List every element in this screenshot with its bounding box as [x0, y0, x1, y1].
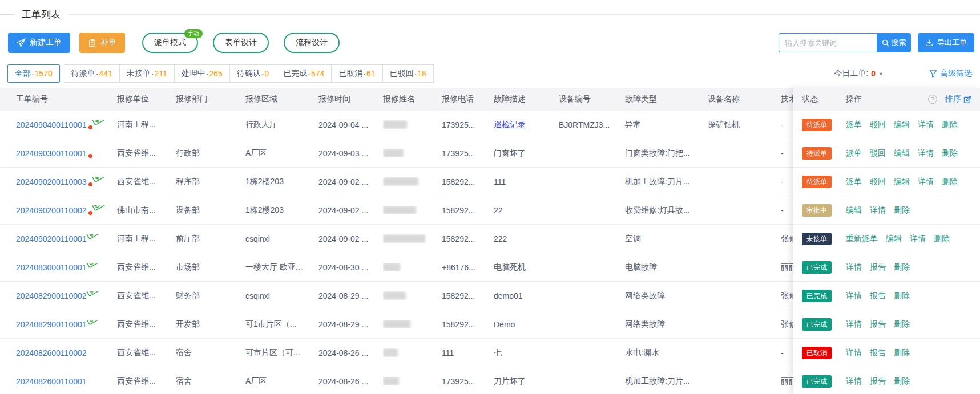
supplement-order-button[interactable]: 补单 [79, 33, 125, 53]
export-orders-button[interactable]: 导出工单 [918, 33, 974, 52]
tab-status-6[interactable]: 已取消·61 [331, 64, 382, 83]
repair-time-cell: 2024-09-02 ... [318, 177, 383, 186]
device-name-cell: 探矿钻机 [708, 120, 781, 130]
action-link[interactable]: 详情 [918, 148, 934, 159]
action-link[interactable]: 详情 [910, 234, 926, 244]
action-link[interactable]: 派单 [846, 177, 862, 187]
action-link[interactable]: 删除 [894, 205, 910, 216]
order-number-link[interactable]: 2024090400110001 [16, 120, 87, 129]
action-link[interactable]: 报告 [870, 348, 886, 358]
table-row-fixed: 待派单派单驳回编辑详情删除 [793, 139, 980, 168]
action-link[interactable]: 详情 [870, 205, 886, 216]
action-column-header: 操作 [846, 94, 928, 104]
sort-link[interactable]: 排序 [945, 94, 972, 104]
tab-separator: · [206, 69, 209, 78]
toolbar: 新建工单 补单 派单模式 手动 表单设计 流程设计 [0, 32, 980, 54]
tab-status-2[interactable]: 未接单·211 [119, 64, 175, 83]
action-link[interactable]: 驳回 [870, 120, 886, 130]
action-link[interactable]: 报告 [870, 376, 886, 387]
action-link[interactable]: 详情 [846, 376, 862, 387]
action-link[interactable]: 派单 [846, 120, 862, 130]
action-link[interactable]: 删除 [894, 376, 910, 387]
tab-status-7[interactable]: 已驳回·18 [382, 64, 434, 83]
status-badge: 审批中 [802, 204, 832, 217]
green-stamp-icon [85, 234, 100, 242]
action-link[interactable]: 详情 [846, 319, 862, 330]
action-link[interactable]: 详情 [918, 177, 934, 187]
order-number-link[interactable]: 2024082900110002 [16, 291, 87, 300]
status-cell: 已完成 [802, 375, 846, 388]
action-link[interactable]: 详情 [918, 120, 934, 130]
dispatch-mode-button[interactable]: 派单模式 手动 [142, 33, 198, 53]
search-group: 搜索 [779, 33, 911, 52]
action-link[interactable]: 删除 [942, 177, 958, 187]
tab-count: 265 [209, 69, 223, 78]
advanced-filter-link[interactable]: 高级筛选 [929, 68, 972, 79]
action-link[interactable]: 编辑 [846, 205, 862, 216]
fault-desc-link[interactable]: 巡检记录 [494, 120, 526, 130]
help-icon[interactable]: ? [928, 95, 937, 104]
tab-separator: · [414, 69, 417, 78]
column-header-5: 报修姓名 [383, 94, 442, 104]
status-cell: 已完成 [802, 290, 846, 302]
column-header-6: 报修电话 [442, 94, 494, 104]
order-number-link[interactable]: 2024082900110001 [16, 320, 87, 329]
fault-desc-cell: 刀片坏了 [494, 376, 559, 387]
order-number-link[interactable]: 2024090200110003 [16, 177, 87, 186]
tab-status-5[interactable]: 已完成·574 [276, 64, 332, 83]
action-link[interactable]: 详情 [846, 348, 862, 358]
repair-area-cell: csqinxl [245, 291, 318, 300]
status-column-header: 状态 [802, 94, 846, 104]
action-link[interactable]: 删除 [934, 234, 950, 244]
action-link[interactable]: 重新派单 [846, 234, 878, 244]
form-design-button[interactable]: 表单设计 [213, 33, 269, 53]
action-link[interactable]: 驳回 [870, 177, 886, 187]
tab-count: 574 [311, 69, 324, 78]
action-link[interactable]: 编辑 [894, 120, 910, 130]
column-header-7: 故障描述 [494, 94, 559, 104]
search-input[interactable] [779, 33, 877, 52]
action-link[interactable]: 删除 [894, 319, 910, 330]
action-link[interactable]: 删除 [894, 291, 910, 301]
action-link[interactable]: 删除 [894, 262, 910, 273]
column-header-2: 报修部门 [176, 94, 245, 104]
action-link[interactable]: 派单 [846, 148, 862, 159]
green-stamp-icon [91, 177, 106, 184]
table-row-fixed: 已完成详情报告删除 [793, 253, 980, 282]
tab-status-0[interactable]: 全部·1570 [7, 64, 60, 83]
order-number-link[interactable]: 2024083000110001 [16, 263, 87, 272]
action-link[interactable]: 编辑 [886, 234, 902, 244]
repair-phone-cell: 173925... [442, 377, 494, 386]
action-link[interactable]: 详情 [846, 291, 862, 301]
order-number-link[interactable]: 2024090200110002 [16, 206, 87, 215]
order-number-link[interactable]: 2024090300110001 [16, 149, 87, 158]
fault-type-cell: 网络类故障 [625, 319, 708, 330]
flow-design-button[interactable]: 流程设计 [284, 33, 340, 53]
order-number-link[interactable]: 2024082600110002 [16, 348, 87, 358]
tab-status-4[interactable]: 待确认·0 [229, 64, 276, 83]
action-link[interactable]: 报告 [870, 262, 886, 273]
action-link[interactable]: 报告 [870, 291, 886, 301]
column-header-0: 工单编号 [16, 94, 117, 104]
order-number-link[interactable]: 2024082600110001 [16, 377, 87, 386]
action-link[interactable]: 删除 [894, 348, 910, 358]
tab-status-3[interactable]: 处理中·265 [174, 64, 230, 83]
action-link[interactable]: 驳回 [870, 148, 886, 159]
action-link[interactable]: 报告 [870, 319, 886, 330]
action-link[interactable]: 删除 [942, 148, 958, 159]
action-link[interactable]: 删除 [942, 120, 958, 130]
repair-area-cell: 行政大厅 [245, 120, 318, 130]
new-order-button[interactable]: 新建工单 [8, 33, 70, 53]
action-link[interactable]: 编辑 [894, 177, 910, 187]
column-header-10: 设备名称 [708, 94, 781, 104]
status-badge: 待派单 [802, 119, 832, 131]
action-link[interactable]: 详情 [846, 262, 862, 273]
order-id-cell: 2024090200110002 [16, 205, 117, 215]
tab-status-1[interactable]: 待派单·441 [64, 64, 120, 83]
today-orders-dropdown[interactable]: 今日工单: 0 ▼ [834, 68, 884, 79]
action-link[interactable]: 编辑 [894, 148, 910, 159]
search-button[interactable]: 搜索 [877, 33, 911, 52]
order-number-link[interactable]: 2024090200110001 [16, 234, 87, 243]
toolbar-right: 搜索 导出工单 [779, 33, 974, 52]
repair-name-cell [383, 348, 442, 357]
